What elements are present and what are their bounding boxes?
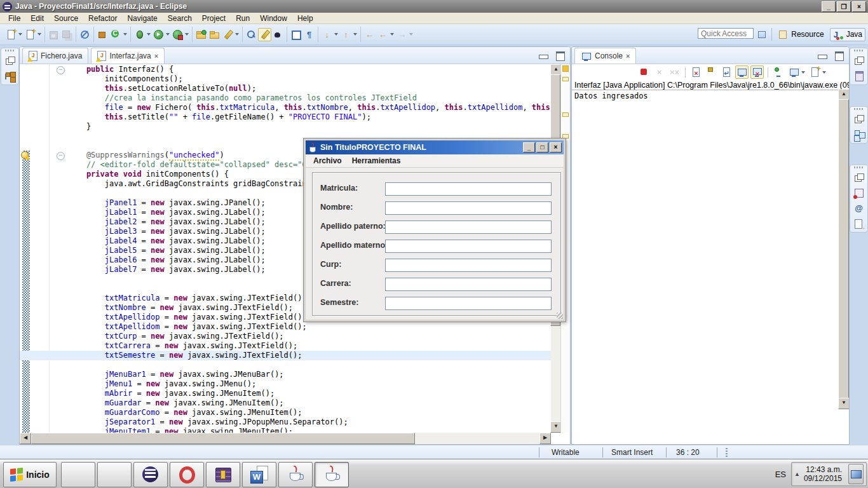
show-stderr-button[interactable] (750, 65, 764, 79)
menu-project[interactable]: Project (198, 13, 230, 24)
close-console-tab-icon[interactable]: × (626, 52, 630, 60)
overview-warning-marker[interactable] (562, 112, 569, 117)
app-close-button[interactable]: × (550, 142, 562, 152)
code-line[interactable]: mAbrir = new javax.swing.JMenuItem(); (68, 389, 551, 398)
stack-grip[interactable] (854, 50, 864, 51)
save-all-button[interactable] (60, 28, 74, 41)
code-line[interactable]: txtApellidom = new javax.swing.JTextFiel… (68, 322, 551, 332)
taskbar-button-windows-explorer[interactable] (61, 462, 95, 487)
tray-clock[interactable]: 12:43 a.m. 09/12/2015 (804, 465, 842, 483)
dropdown-arrow-icon[interactable] (147, 33, 151, 36)
taskbar-button-winrar[interactable] (206, 462, 240, 487)
code-line[interactable]: jMenuBar1 = new javax.swing.JMenuBar(); (68, 370, 551, 379)
new-java-package-button[interactable] (96, 28, 109, 41)
field-input-semestre[interactable] (385, 297, 552, 310)
close-button[interactable]: × (852, 1, 866, 12)
quick-access-input[interactable] (698, 28, 754, 39)
dropdown-arrow-icon[interactable] (334, 33, 338, 36)
editor-horizontal-scrollbar[interactable]: ◀ ▶ (20, 433, 551, 444)
mark-occurrences-button[interactable] (258, 28, 271, 41)
app-menu-herramientas[interactable]: Herramientas (348, 156, 405, 166)
package-explorer-icon[interactable] (4, 71, 16, 82)
scroll-down-icon[interactable]: ▼ (838, 398, 850, 409)
overview-warning-marker[interactable] (562, 65, 569, 72)
run-button[interactable] (152, 28, 171, 41)
code-line[interactable]: txtSemestre = new javax.swing.JTextField… (20, 351, 551, 360)
show-stdout-button[interactable] (735, 65, 749, 79)
code-line[interactable]: file = new Fichero( this.txtMatricula, t… (68, 103, 551, 112)
open-perspective-button[interactable] (756, 28, 769, 41)
code-line[interactable]: txtCurp = new javax.swing.JTextField(); (68, 332, 551, 341)
taskbar-button-media-player[interactable] (97, 462, 132, 487)
perspective-java-button[interactable]: Java (830, 28, 865, 41)
dropdown-arrow-icon[interactable] (123, 33, 127, 36)
dropdown-arrow-icon[interactable] (235, 33, 239, 36)
tab-console[interactable]: Console × (574, 48, 636, 64)
menu-help[interactable]: Help (293, 13, 318, 24)
field-input-matricula[interactable] (385, 182, 552, 196)
restore-icon[interactable] (4, 55, 16, 67)
restore-icon[interactable] (853, 55, 865, 67)
dropdown-arrow-icon[interactable] (18, 33, 22, 36)
perspective-resource-button[interactable]: Resource (775, 28, 827, 41)
language-indicator[interactable]: ES (770, 470, 791, 479)
field-input-apellidomaterno[interactable] (385, 240, 552, 253)
terminate-button[interactable] (637, 65, 651, 79)
javadoc-icon[interactable]: @ (853, 203, 865, 214)
overview-warning-marker[interactable] (562, 134, 569, 139)
code-line[interactable]: jMenu1 = new javax.swing.JMenu(); (68, 379, 551, 389)
external-tools-button[interactable] (221, 28, 240, 41)
search-button[interactable] (245, 28, 258, 41)
open-type-folder-button[interactable] (194, 28, 208, 41)
remove-all-terminated-button[interactable]: ×× (668, 65, 681, 79)
field-input-apellidopaterno[interactable] (385, 220, 552, 234)
forward-button[interactable]: → (395, 28, 414, 41)
code-line[interactable]: mGuardarComo = new javax.swing.JMenuItem… (68, 408, 551, 417)
app-maximize-button[interactable]: □ (536, 142, 548, 152)
new-wizard-button[interactable] (4, 28, 24, 41)
code-line[interactable]: this.setTitle("" + file.getFileName() + … (68, 112, 551, 122)
clear-console-button[interactable] (689, 65, 703, 79)
new-java-class-button[interactable] (109, 28, 128, 41)
code-line[interactable]: initComponents(); (68, 74, 551, 84)
menu-file[interactable]: File (4, 13, 25, 24)
new-menu-button[interactable] (24, 28, 43, 41)
field-input-carrera[interactable] (385, 278, 552, 291)
app-resize-grip[interactable] (557, 313, 563, 319)
console-vertical-scrollbar[interactable]: ▲ ▼ (838, 89, 849, 409)
save-button[interactable] (47, 28, 60, 41)
stack-grip[interactable] (854, 166, 864, 168)
code-line[interactable]: mGuardar = new javax.swing.JMenuItem(); (68, 398, 551, 408)
tab-fichero.java[interactable]: JFichero.java (22, 48, 88, 64)
coverage-button[interactable] (171, 28, 190, 41)
code-line[interactable]: txtCarrera = new javax.swing.JTextField(… (68, 341, 551, 351)
dropdown-arrow-icon[interactable] (409, 33, 413, 36)
field-input-curp[interactable] (385, 259, 552, 272)
menu-navigate[interactable]: Navigate (123, 13, 161, 24)
scroll-left-icon[interactable]: ◀ (20, 433, 31, 444)
minimize-button[interactable]: _ (822, 1, 836, 12)
stack-grip[interactable] (5, 50, 15, 51)
dropdown-arrow-icon[interactable] (37, 33, 41, 36)
last-edit-location-button[interactable]: ← (363, 28, 376, 41)
maximize-console-icon[interactable] (835, 51, 844, 61)
outline-icon[interactable] (853, 129, 865, 140)
menu-search[interactable]: Search (163, 13, 196, 24)
menu-run[interactable]: Run (231, 13, 254, 24)
skip-breakpoints-button[interactable] (78, 28, 92, 41)
taskbar-button-opera[interactable] (170, 462, 204, 487)
vscroll-thumb[interactable] (838, 99, 849, 399)
fold-collapse-icon[interactable]: − (57, 152, 65, 160)
show-hidden-icons-button[interactable]: ▲ (794, 471, 800, 477)
code-line[interactable]: jMenuItem1 = new javax.swing.JMenuItem()… (68, 427, 551, 433)
overview-warning-marker[interactable] (562, 77, 569, 81)
task-list-icon[interactable] (853, 71, 865, 82)
problems-icon[interactable] (853, 187, 865, 199)
dropdown-arrow-icon[interactable] (390, 33, 394, 36)
display-console-button[interactable] (787, 65, 806, 79)
app-titlebar[interactable]: Sin TituloPROYECTO FINAL _ □ × (306, 140, 564, 154)
maximize-editor-icon[interactable] (556, 51, 565, 61)
field-input-nombre[interactable] (385, 201, 552, 215)
open-console-button[interactable] (808, 65, 827, 79)
menu-window[interactable]: Window (255, 13, 292, 24)
